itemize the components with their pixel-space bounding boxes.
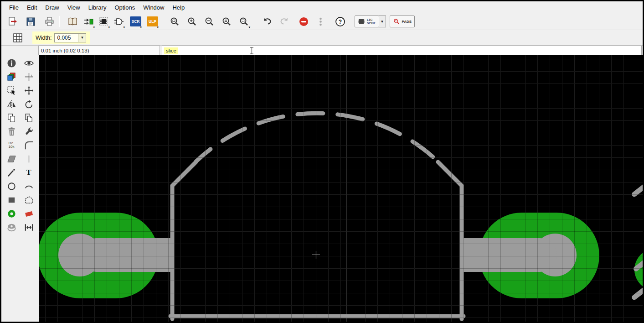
- device-button[interactable]: ▾: [98, 16, 110, 28]
- width-label: Width:: [36, 35, 52, 41]
- ltc-dropdown-button[interactable]: ▼: [379, 16, 386, 27]
- paste-icon: [24, 113, 34, 123]
- body-outline[interactable]: [39, 55, 643, 322]
- display-layers-button[interactable]: [5, 70, 18, 83]
- menu-edit[interactable]: Edit: [23, 2, 41, 13]
- help-button[interactable]: ?: [334, 16, 346, 28]
- main-toolbar: ▾ ▾ ▾ SCR ▾ ULP ▾: [1, 13, 643, 30]
- width-select[interactable]: 0.005 ▼: [54, 33, 86, 42]
- status-row: 0.01 inch (0.02 0.13) slice: [1, 46, 643, 55]
- info-tool-button[interactable]: [5, 57, 18, 69]
- floppy-disk-icon: [26, 16, 36, 27]
- undo-arrow-icon: [262, 16, 273, 27]
- logic-gate-icon: [113, 16, 124, 27]
- dropdown-corner-icon: ▾: [108, 26, 110, 29]
- menu-window[interactable]: Window: [139, 2, 168, 13]
- menu-draw[interactable]: Draw: [41, 2, 63, 13]
- replace-tool-button[interactable]: R2 10k: [5, 139, 18, 151]
- ulp-button[interactable]: ULP ▾: [146, 16, 159, 28]
- width-value: 0.005: [55, 34, 78, 42]
- move-tool-button[interactable]: [22, 84, 36, 97]
- pad-tool-button[interactable]: [5, 221, 18, 234]
- wrench-icon: [24, 126, 34, 137]
- via-tool-button[interactable]: [5, 207, 18, 220]
- save-button[interactable]: [25, 16, 37, 28]
- pads-label: PADS: [402, 20, 412, 24]
- change-tool-button[interactable]: [22, 125, 36, 138]
- polygon-fill-tool-button[interactable]: [5, 152, 18, 165]
- partial-lead-top-right[interactable]: [631, 180, 643, 198]
- ic-chip-icon: [98, 16, 109, 27]
- origin-crosshair: [312, 251, 320, 259]
- zoom-in-button[interactable]: [186, 16, 198, 28]
- circle-tool-button[interactable]: [5, 180, 18, 193]
- miter-tool-button[interactable]: [22, 139, 36, 151]
- mirror-tool-button[interactable]: [5, 98, 18, 110]
- text-tool-button[interactable]: T: [22, 166, 36, 179]
- status-dots-button[interactable]: [314, 16, 327, 28]
- partial-lead-bottom-right[interactable]: [631, 283, 643, 301]
- outline-right-wall[interactable]: [438, 162, 462, 319]
- menu-help[interactable]: Help: [168, 2, 189, 13]
- pad-icon: [6, 222, 17, 233]
- mark-tool-button[interactable]: [22, 70, 36, 83]
- optimize-arrows-icon: [24, 222, 34, 233]
- grid-button[interactable]: [10, 31, 25, 44]
- drawing-canvas[interactable]: [39, 55, 643, 322]
- gate-button[interactable]: ▾: [113, 16, 125, 28]
- text-tool-icon: T: [26, 168, 31, 177]
- menu-options[interactable]: Options: [110, 2, 139, 13]
- menu-library[interactable]: Library: [84, 2, 111, 13]
- pads-button[interactable]: PADS: [390, 16, 415, 27]
- miter-corner-icon: [24, 140, 34, 151]
- combo-dropdown-icon[interactable]: ▼: [78, 34, 86, 42]
- stop-button[interactable]: [298, 16, 310, 28]
- menu-file[interactable]: File: [5, 2, 23, 13]
- smd-tool-button[interactable]: [22, 207, 36, 220]
- zoom-select-icon: [239, 16, 249, 27]
- scr-icon: SCR: [130, 16, 141, 26]
- zoom-out-button[interactable]: [203, 16, 216, 28]
- move-arrows-icon: [24, 85, 34, 96]
- origin-mark-tool-button[interactable]: [22, 152, 36, 165]
- tool-sidebar: R2 10k T: [1, 55, 39, 322]
- undo-button[interactable]: [261, 16, 273, 28]
- parameter-toolbar: Width: 0.005 ▼: [1, 30, 643, 46]
- redo-button[interactable]: [278, 16, 290, 28]
- outline-dome-arc-dashed[interactable]: [196, 113, 438, 162]
- wire-tool-button[interactable]: [5, 166, 18, 179]
- open-button[interactable]: [7, 16, 19, 28]
- layers-icon: [6, 72, 17, 82]
- paste-tool-button[interactable]: [22, 111, 36, 124]
- ulp-icon: ULP: [147, 16, 158, 26]
- command-input[interactable]: slice: [162, 46, 642, 55]
- zoom-redraw-button[interactable]: [221, 16, 233, 28]
- transfer-button[interactable]: ▾: [82, 16, 95, 28]
- zoom-fit-button[interactable]: [169, 16, 181, 28]
- polygon-outline-icon: [24, 195, 34, 205]
- wire-line-icon: [6, 167, 17, 178]
- outline-left-wall[interactable]: [172, 162, 196, 319]
- dropdown-corner-icon: ▾: [248, 26, 250, 29]
- optimize-tool-button[interactable]: [22, 221, 36, 234]
- print-button[interactable]: [43, 16, 56, 28]
- ltc-spice-button[interactable]: LTC SPICE: [355, 16, 379, 27]
- show-tool-button[interactable]: [22, 57, 36, 69]
- script-button[interactable]: SCR ▾: [129, 16, 142, 28]
- copy-tool-button[interactable]: [5, 111, 18, 124]
- vertical-dots-icon: [315, 16, 326, 27]
- menu-view[interactable]: View: [63, 2, 84, 13]
- rect-tool-button[interactable]: [5, 193, 18, 206]
- grid-icon: [12, 32, 23, 43]
- zoom-select-button[interactable]: ▾: [238, 16, 250, 28]
- polygon-outline-tool-button[interactable]: [22, 193, 36, 206]
- rotate-tool-button[interactable]: [22, 98, 36, 110]
- slanted-polygon-icon: [6, 154, 17, 164]
- replace-label: R2 10k: [9, 141, 15, 149]
- delete-tool-button[interactable]: [5, 125, 18, 138]
- printer-icon: [44, 16, 55, 27]
- dropdown-icon: ▼: [381, 20, 384, 24]
- arc-tool-button[interactable]: [22, 180, 36, 193]
- select-group-button[interactable]: [5, 84, 18, 97]
- library-button[interactable]: [67, 16, 79, 28]
